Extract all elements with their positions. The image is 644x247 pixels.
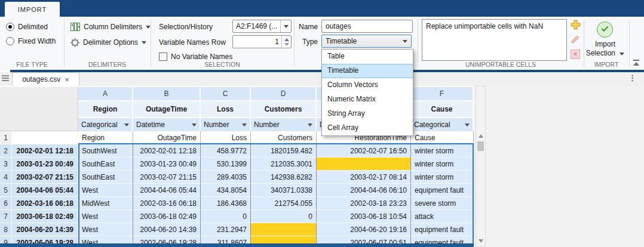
menu-item-column-vectors[interactable]: Column Vectors [322,78,413,92]
tab-import[interactable]: IMPORT [5,2,60,17]
radio-delimited[interactable]: Delimited [6,22,48,32]
spinner-buttons[interactable] [281,36,291,48]
menu-item-string-array[interactable]: String Array [322,107,413,121]
column-letter-D[interactable]: D [251,87,317,100]
cell-8-B[interactable]: 2004-06-20 14:39 [133,223,201,236]
type-dropdown-D[interactable]: Number [251,118,317,131]
vertical-scrollbar[interactable] [476,86,486,247]
menu-item-table[interactable]: Table [322,50,413,64]
column-delimiters-button[interactable]: Column Delimiters [70,21,151,33]
cell-7-B[interactable]: 2003-06-18 02:49 [133,210,201,223]
cell-1-F[interactable]: Cause [411,131,474,144]
column-letter-C[interactable]: C [201,87,251,100]
scrollbar-thumb[interactable] [477,141,484,151]
variable-name-D[interactable]: Customers [251,101,317,117]
cell-6-D[interactable]: 212754.055 [251,197,317,210]
variable-name-B[interactable]: OutageTime [133,101,201,117]
cell-6-A[interactable]: MidWest [78,197,133,210]
menu-item-numeric-matrix[interactable]: Numeric Matrix [322,92,413,107]
cell-7-C[interactable]: 0 [201,210,251,223]
scrollbar-up-icon[interactable] [479,134,483,138]
column-letter-A[interactable]: A [78,87,133,100]
cell-8-C[interactable]: 231.2947 [201,223,251,236]
variable-name-A[interactable]: Region [78,101,133,117]
cell-2-E[interactable]: 2002-02-07 16:50 [317,144,411,158]
row-number-6[interactable]: 6 [0,197,12,210]
column-letter-B[interactable]: B [133,87,201,100]
cell-2-C[interactable]: 458.9772 [201,144,251,158]
variable-names-row-spinner[interactable]: 1 [232,35,292,48]
cell-8-D[interactable] [251,223,317,236]
cell-5-D[interactable]: 340371.0338 [251,184,317,197]
cell-5-C[interactable]: 434.8054 [201,184,251,197]
menu-item-timetable[interactable]: Timetable [322,64,413,78]
cell-3-A[interactable]: SouthEast [78,158,133,171]
type-dropdown-C[interactable]: Number [201,118,251,131]
cell-5-A[interactable]: West [78,184,133,197]
radio-fixed-width[interactable]: Fixed Width [6,36,56,46]
cell-1-A[interactable]: Region [78,131,133,144]
name-input[interactable]: outages [321,20,413,33]
variable-name-F[interactable]: Cause [411,101,474,117]
no-variable-names-checkbox[interactable]: No Variable Names [159,52,232,61]
document-bar-grip-icon[interactable] [2,75,9,82]
type-dropdown-F[interactable]: Categorical [411,118,474,131]
row-number-1[interactable]: 1 [0,131,12,144]
row-number-8[interactable]: 8 [0,223,12,236]
cell-6-C[interactable]: 186.4368 [201,197,251,210]
cell-3-D[interactable]: 212035.3001 [251,158,317,171]
column-letter-F[interactable]: F [411,87,474,100]
cell-5-E[interactable]: 2004-04-06 06:10 [317,184,411,197]
cell-7-A[interactable]: West [78,210,133,223]
cell-1-D[interactable]: Customers [251,131,317,144]
cell-3-C[interactable]: 530.1399 [201,158,251,171]
overflow-menu-icon[interactable]: ⋮ [628,73,636,82]
type-dropdown-B[interactable]: Datetime [133,118,201,131]
type-dropdown-A[interactable]: Categorical [78,118,133,131]
menu-item-cell-array[interactable]: Cell Array [322,121,413,135]
cell-4-C[interactable]: 289.4035 [201,171,251,184]
row-number-4[interactable]: 4 [0,171,12,184]
row-number-7[interactable]: 7 [0,210,12,223]
scrollbar-down-icon[interactable] [479,239,483,243]
selection-history-combo[interactable]: A2:F1469 (... [232,20,292,33]
tab-outages-csv[interactable]: outages.csv × [12,72,79,86]
cell-7-D[interactable]: 0 [251,210,317,223]
cell-1-C[interactable]: Loss [201,131,251,144]
cell-1-B[interactable]: OutageTime [133,131,201,144]
cell-4-B[interactable]: 2003-02-07 21:15 [133,171,201,184]
cell-5-F[interactable]: equipment fault [411,184,474,197]
cell-8-A[interactable]: West [78,223,133,236]
cell-8-F[interactable]: equipment fault [411,223,474,236]
cell-4-F[interactable]: winter storm [411,171,474,184]
cell-2-A[interactable]: SouthWest [78,144,133,158]
type-combo[interactable]: Timetable [321,35,412,48]
cell-2-D[interactable]: 1820159.482 [251,144,317,158]
delimiter-options-button[interactable]: Delimiter Options [70,36,146,48]
import-button-line2[interactable]: Selection [575,49,635,57]
row-number-2[interactable]: 2 [0,144,12,158]
cell-7-F[interactable]: attack [411,210,474,223]
cell-4-D[interactable]: 142938.6282 [251,171,317,184]
close-tab-icon[interactable]: × [65,76,69,84]
row-number-5[interactable]: 5 [0,184,12,197]
cell-3-B[interactable]: 2003-01-23 00:49 [133,158,201,171]
cell-6-F[interactable]: severe storm [411,197,474,210]
cell-3-F[interactable]: winter storm [411,158,474,171]
add-rule-button[interactable] [570,19,581,30]
cell-7-E[interactable]: 2003-06-18 10:54 [317,210,411,223]
unimportable-rules-list[interactable]: Replace unimportable cells with NaN [422,19,567,61]
variable-name-C[interactable]: Loss [201,101,251,117]
combo-arrow-button[interactable] [280,20,291,32]
cell-4-E[interactable]: 2003-02-17 08:14 [317,171,411,184]
collapse-ribbon-button[interactable] [633,60,640,66]
cell-4-A[interactable]: SouthEast [78,171,133,184]
import-button-line1[interactable]: Import [575,40,635,48]
row-number-3[interactable]: 3 [0,158,12,171]
cell-8-E[interactable]: 2004-06-20 19:16 [317,223,411,236]
cell-6-E[interactable]: 2002-03-18 23:23 [317,197,411,210]
cell-2-F[interactable]: winter storm [411,144,474,158]
cell-5-B[interactable]: 2004-04-06 05:44 [133,184,201,197]
cell-3-E[interactable] [317,158,411,171]
cell-6-B[interactable]: 2002-03-16 06:18 [133,197,201,210]
